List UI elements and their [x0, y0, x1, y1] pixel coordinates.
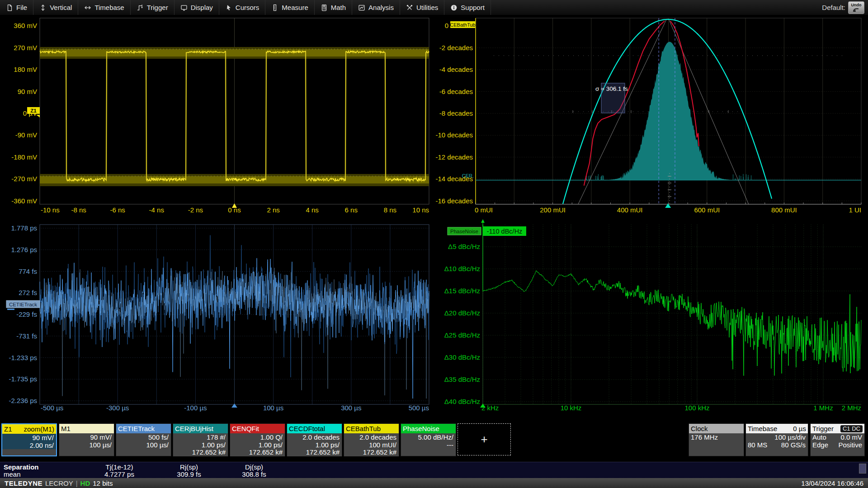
svg-text:-8 decades: -8 decades	[439, 109, 473, 117]
svg-text:Δ20 dBc/Hz: Δ20 dBc/Hz	[444, 309, 480, 317]
menu-item-math[interactable]: Math	[315, 0, 352, 15]
menu-item-label: Display	[191, 4, 213, 11]
trigger-source-badge[interactable]: C1 DC	[840, 425, 863, 432]
svg-text:-16 decades: -16 decades	[435, 197, 473, 205]
descriptor-value: 2.0 decades	[289, 434, 340, 441]
timebase-box[interactable]: Timebase0 µs100 µs/div80 MS80 GS/s	[745, 423, 808, 456]
descriptor-value: 90 mV/	[4, 434, 54, 442]
descriptor-CETIETrack[interactable]: CETIETrack500 fs/100 µs/	[116, 423, 171, 456]
undo-button[interactable]: Undo	[848, 1, 864, 14]
descriptor-PhaseNoise[interactable]: PhaseNoise5.00 dB/Hz/---	[401, 423, 456, 456]
plus-icon: +	[481, 432, 487, 446]
svg-text:-360 mV: -360 mV	[11, 197, 37, 205]
timebase-offset: 0 µs	[793, 424, 806, 433]
brand-block: TELEDYNE LECROY | HD 12 bits	[5, 479, 113, 487]
info-icon	[450, 4, 458, 11]
descriptor-body: 1.00 Q/1.00 ps/172.652 k#	[230, 433, 285, 456]
tie-trace-badge[interactable]: CETIETrack	[6, 300, 40, 310]
descriptor-value: 178 #/	[175, 434, 226, 441]
descriptor-title: CEBathTub	[346, 424, 381, 433]
menu-item-support[interactable]: Support	[444, 0, 491, 15]
trigger-mode: Auto	[812, 434, 826, 441]
datetime: 13/04/2024 16:06:46	[801, 479, 863, 487]
svg-text:-1.735 ps: -1.735 ps	[9, 375, 37, 383]
descriptor-Z1[interactable]: Z1zoom(M1)90 mV/2.00 ns/	[1, 423, 57, 456]
svg-text:10 ns: 10 ns	[412, 206, 429, 214]
menu-item-measure[interactable]: Measure	[265, 0, 314, 15]
menu-item-timebase[interactable]: Timebase	[78, 0, 130, 15]
svg-text:10 kHz: 10 kHz	[561, 404, 582, 412]
menu-item-utilities[interactable]: Utilities	[400, 0, 444, 15]
default-setup-label: Default:	[822, 4, 845, 11]
plot-phase-noise[interactable]: Δ5 dBc/HzΔ10 dBc/HzΔ15 dBc/HzΔ20 dBc/HzΔ…	[435, 216, 868, 420]
plot-zoom-waveform[interactable]: 360 mV270 mV180 mV90 mV0 µV-90 mV-180 mV…	[0, 15, 435, 216]
svg-text:-2 decades: -2 decades	[439, 44, 473, 52]
svg-text:-180 mV: -180 mV	[11, 153, 37, 161]
descriptor-title: CECDFtotal	[289, 424, 325, 433]
descriptor-M1[interactable]: M190 mV/100 µs/	[59, 423, 114, 456]
bits-label: 12 bits	[93, 479, 113, 487]
bathtub-trace-badge[interactable]: CEBathTub	[450, 21, 475, 28]
menu-item-file[interactable]: File	[0, 0, 33, 15]
menu-item-cursors[interactable]: Cursors	[219, 0, 266, 15]
descriptor-value: 100 mUI/	[346, 441, 396, 449]
tie-trigger-marker[interactable]	[231, 404, 237, 408]
menu-item-label: Support	[461, 4, 485, 11]
tie-track-svg: 1.778 ps1.276 ps774 fs272 fs-229 fs-731 …	[0, 216, 435, 420]
phase-noise-marker-readout: -110 dBc/Hz	[483, 226, 526, 236]
svg-text:-10 ns: -10 ns	[41, 206, 60, 214]
svg-text:-90 mV: -90 mV	[15, 131, 37, 139]
trigger-box[interactable]: TriggerC1 DCAuto0.0 mVEdgePositive	[810, 423, 865, 456]
tools-icon	[406, 4, 413, 11]
menu-item-label: File	[16, 4, 27, 11]
trigger-slope: Positive	[838, 441, 862, 449]
vertical-arrows-icon	[39, 4, 47, 11]
trigger-header: TriggerC1 DC	[811, 424, 864, 433]
horizontal-arrows-icon	[84, 4, 91, 11]
descriptor-value: 172.652 k#	[175, 449, 226, 456]
svg-text:Δ15 dBc/Hz: Δ15 dBc/Hz	[444, 287, 480, 295]
clock-box[interactable]: Clock176 MHz	[689, 423, 744, 456]
svg-text:CEBathTub: CEBathTub	[450, 22, 475, 28]
phase-noise-svg: Δ5 dBc/HzΔ10 dBc/HzΔ15 dBc/HzΔ20 dBc/HzΔ…	[435, 216, 868, 420]
measure-table-scrollbar[interactable]	[859, 464, 866, 474]
oscilloscope-app: FileVerticalTimebaseTriggerDisplayCursor…	[0, 0, 868, 488]
svg-text:800 mUI: 800 mUI	[771, 206, 797, 214]
measure-col-value: 308.8 fs	[242, 470, 266, 478]
svg-text:2 kHz: 2 kHz	[481, 404, 499, 412]
plot-bathtub[interactable]: CER.σ = 306.1 fs0-2 decades-4 decades-6 …	[435, 15, 868, 216]
svg-text:CETIETrack: CETIETrack	[9, 302, 37, 307]
descriptor-value: 5.00 dB/Hz/	[403, 434, 453, 441]
descriptor-title: Z1	[4, 424, 12, 434]
menu-item-display[interactable]: Display	[175, 0, 219, 15]
menu-item-label: Math	[331, 4, 346, 11]
descriptor-title: M1	[61, 424, 71, 433]
add-trace-button[interactable]: +	[458, 423, 511, 455]
descriptor-row: Z1zoom(M1)90 mV/2.00 ns/M190 mV/100 µs/C…	[0, 422, 868, 459]
svg-text:Z1: Z1	[30, 108, 37, 113]
descriptor-CEBathTub[interactable]: CEBathTub2.0 decades100 mUI/172.652 k#	[344, 423, 399, 456]
menu-item-analysis[interactable]: Analysis	[352, 0, 400, 15]
svg-text:-4 decades: -4 decades	[439, 66, 473, 73]
measure-row-label: Separation	[4, 463, 39, 471]
descriptor-CENQFit[interactable]: CENQFit1.00 Q/1.00 ps/172.652 k#	[230, 423, 285, 456]
menu-item-vertical[interactable]: Vertical	[33, 0, 78, 15]
timebase-samples: 80 MS	[748, 441, 767, 449]
clock-body: 176 MHz	[689, 433, 744, 441]
svg-text:1.778 ps: 1.778 ps	[11, 224, 37, 232]
timebase-rate: 80 GS/s	[781, 441, 806, 449]
svg-text:2 MHz: 2 MHz	[842, 404, 861, 412]
plot-tie-track[interactable]: 1.778 ps1.276 ps774 fs272 fs-229 fs-731 …	[0, 216, 435, 420]
menu-item-trigger[interactable]: Trigger	[131, 0, 175, 15]
descriptor-CERjBUjHist[interactable]: CERjBUjHist178 #/1.00 ps/172.652 k#	[173, 423, 228, 456]
descriptor-value: 1.00 ps/	[232, 441, 283, 449]
descriptor-header: CERjBUjHist	[173, 424, 228, 433]
descriptor-CECDFtotal[interactable]: CECDFtotal2.0 decades1.00 ps/172.652 k#	[287, 423, 342, 456]
descriptor-header: CETIETrack	[116, 424, 171, 433]
svg-text:600 mUI: 600 mUI	[694, 206, 720, 214]
status-bar: TELEDYNE LECROY | HD 12 bits 13/04/2024 …	[0, 478, 868, 488]
trigger-edge-icon	[137, 4, 144, 11]
svg-text:1.276 ps: 1.276 ps	[11, 246, 37, 253]
phase-noise-trace-badge[interactable]: PhaseNoise	[448, 227, 481, 235]
descriptor-header: Z1zoom(M1)	[2, 424, 56, 434]
